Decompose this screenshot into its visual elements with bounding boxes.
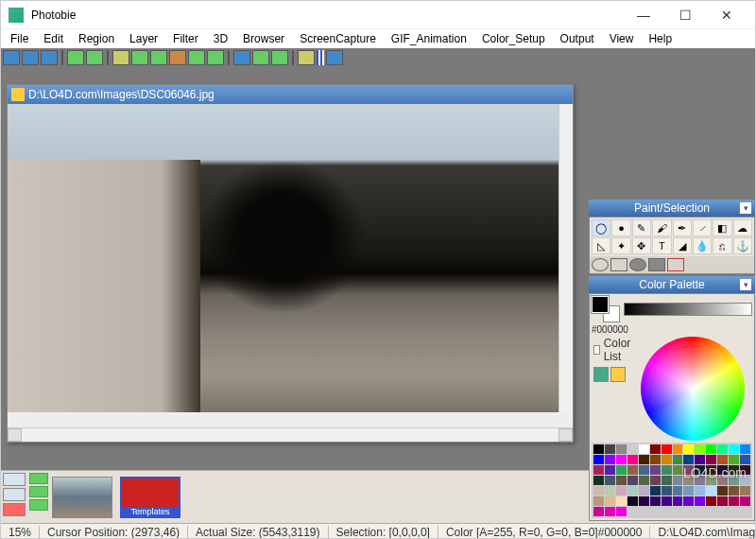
color-swatch[interactable] — [729, 455, 739, 464]
toolbar-layer-icon[interactable] — [188, 50, 205, 65]
color-swatch[interactable] — [717, 455, 728, 464]
foreground-color[interactable] — [592, 296, 609, 313]
shape-ellipse-icon[interactable] — [592, 258, 609, 271]
document-image[interactable] — [8, 104, 558, 412]
color-swatch[interactable] — [593, 455, 604, 464]
toolbar-end-icon[interactable] — [326, 50, 343, 65]
expand-icon[interactable]: ▾ — [740, 279, 751, 290]
thumb-delete-icon[interactable] — [3, 503, 26, 516]
toolbar-zoomin-icon[interactable] — [252, 50, 269, 65]
ellipse-tool-icon[interactable]: ◯ — [592, 219, 610, 236]
shape-fillrect-icon[interactable] — [648, 258, 665, 271]
scroll-left-icon[interactable] — [8, 428, 22, 442]
menu-filter[interactable]: Filter — [167, 30, 204, 47]
pencil-tool-icon[interactable]: ✎ — [632, 219, 651, 236]
color-swatch[interactable] — [639, 455, 649, 464]
fg-bg-swatch[interactable] — [592, 296, 620, 322]
color-wheel[interactable] — [641, 337, 745, 441]
toolbar-paste-icon[interactable] — [150, 50, 167, 65]
toolbar-zoom-icon[interactable] — [233, 50, 250, 65]
color-swatch[interactable] — [639, 444, 649, 454]
color-swatch[interactable] — [627, 455, 638, 464]
document-titlebar[interactable]: D:\LO4D.com\Images\DSC06046.jpg — [8, 85, 573, 104]
maximize-button[interactable]: ☐ — [664, 2, 706, 28]
color-swatch[interactable] — [695, 444, 705, 454]
scroll-track[interactable] — [22, 428, 558, 442]
menu-color-setup[interactable]: Color_Setup — [476, 30, 551, 47]
thumb-view1-icon[interactable] — [3, 473, 26, 486]
eraser-tool-icon[interactable]: ◧ — [713, 219, 731, 236]
shape-fillellipse-icon[interactable] — [629, 258, 646, 271]
menu-output[interactable]: Output — [555, 30, 600, 47]
toolbar-crop-icon[interactable] — [112, 50, 129, 65]
color-swatch[interactable] — [650, 444, 661, 454]
smudge-tool-icon[interactable]: ☁ — [733, 219, 752, 236]
toolbar-zoomout-icon[interactable] — [271, 50, 288, 65]
color-swatch[interactable] — [593, 444, 604, 454]
toolbar-grip-icon[interactable] — [317, 50, 324, 65]
color-swatch[interactable] — [740, 444, 750, 454]
layer-icon[interactable] — [29, 499, 48, 511]
color-swatch[interactable] — [616, 444, 627, 454]
color-swatch[interactable] — [662, 455, 672, 464]
color-swatch[interactable] — [673, 444, 683, 454]
color-swatch[interactable] — [605, 455, 615, 464]
minimize-button[interactable]: — — [623, 2, 664, 28]
color-swatch[interactable] — [695, 455, 705, 464]
vertical-scrollbar[interactable] — [558, 104, 573, 412]
toolbar-open-icon[interactable] — [22, 50, 39, 65]
toolbar-undo-icon[interactable] — [67, 50, 84, 65]
horizontal-scrollbar[interactable] — [8, 427, 573, 442]
toolbar-cut-icon[interactable] — [169, 50, 186, 65]
move-tool-icon[interactable]: ✥ — [632, 237, 651, 254]
color-swatch[interactable] — [605, 444, 615, 454]
lasso-tool-icon[interactable]: ◺ — [592, 237, 610, 254]
toolbar-save-icon[interactable] — [41, 50, 58, 65]
color-swatch[interactable] — [683, 455, 694, 464]
toolbar-effect-icon[interactable] — [207, 50, 224, 65]
text-tool-icon[interactable]: T — [652, 237, 671, 254]
menu-edit[interactable]: Edit — [38, 30, 69, 47]
color-swatch[interactable] — [740, 455, 750, 464]
color-swatch[interactable] — [729, 444, 739, 454]
paint-panel-header[interactable]: Paint/Selection ▾ — [589, 200, 755, 217]
toolbar-new-icon[interactable] — [3, 50, 20, 65]
toolbar-redo-icon[interactable] — [86, 50, 103, 65]
color-swatch[interactable] — [683, 444, 694, 454]
shape-red-icon[interactable] — [667, 258, 684, 271]
menu-help[interactable]: Help — [643, 30, 678, 47]
value-gradient[interactable] — [624, 303, 752, 316]
wand-tool-icon[interactable]: ✦ — [611, 237, 630, 254]
color-swatch[interactable] — [662, 444, 672, 454]
color-swatch[interactable] — [673, 455, 683, 464]
menu-gif-animation[interactable]: GIF_Animation — [386, 30, 472, 47]
color-swatch[interactable] — [616, 455, 627, 464]
menu-view[interactable]: View — [604, 30, 640, 47]
color-swatch[interactable] — [717, 444, 728, 454]
marker-tool-icon[interactable]: ⟋ — [693, 219, 712, 236]
brush-tool-icon[interactable]: 🖌 — [652, 219, 671, 236]
eyedrop-tool-icon[interactable]: 💧 — [693, 237, 712, 254]
thumbnail-current[interactable] — [52, 477, 112, 518]
palette-save-icon[interactable] — [610, 367, 626, 382]
palette-load-icon[interactable] — [593, 367, 609, 382]
layer-icon[interactable] — [29, 473, 48, 484]
checkbox-icon[interactable] — [593, 345, 600, 355]
shape-rect-icon[interactable] — [610, 258, 627, 271]
color-panel-header[interactable]: Color Palette ▾ — [589, 276, 755, 293]
menu-layer[interactable]: Layer — [124, 30, 163, 47]
menu-screencapture[interactable]: ScreenCapture — [294, 30, 382, 47]
color-list-toggle[interactable]: Color List — [592, 335, 633, 365]
anchor-tool-icon[interactable]: ⚓ — [733, 237, 752, 254]
clone-tool-icon[interactable]: ⎌ — [713, 237, 731, 254]
thumbnail-templates[interactable] — [120, 477, 180, 518]
scroll-right-icon[interactable] — [558, 428, 573, 442]
layer-icon[interactable] — [29, 486, 48, 497]
toolbar-misc-icon[interactable] — [298, 50, 315, 65]
menu-3d[interactable]: 3D — [208, 30, 233, 47]
toolbar-copy-icon[interactable] — [131, 50, 148, 65]
menu-region[interactable]: Region — [73, 30, 120, 47]
menu-file[interactable]: File — [5, 30, 34, 47]
menu-browser[interactable]: Browser — [237, 30, 290, 47]
pen-tool-icon[interactable]: ✒ — [673, 219, 692, 236]
